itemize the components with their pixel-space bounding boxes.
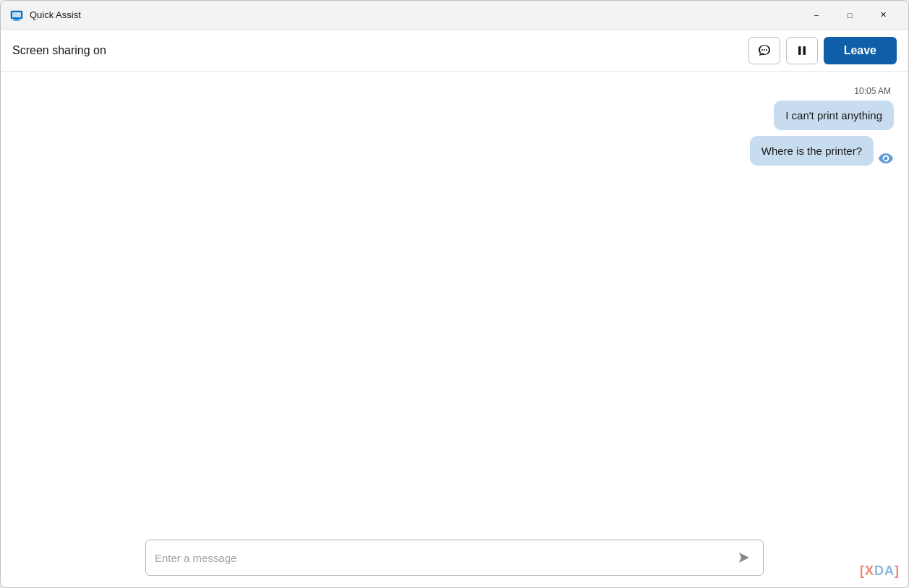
message-bubble-1: I can't print anything (774, 101, 894, 130)
svg-rect-8 (803, 46, 806, 55)
input-area (1, 528, 908, 587)
chat-button[interactable] (748, 37, 780, 64)
maximize-button[interactable]: □ (833, 4, 866, 27)
close-button[interactable]: ✕ (866, 4, 900, 27)
message-group-2: Where is the printer? (15, 136, 894, 166)
message-row-2: Where is the printer? (750, 136, 894, 166)
title-bar-left: Quick Assist (9, 8, 81, 22)
svg-rect-1 (12, 12, 21, 17)
svg-rect-7 (798, 46, 801, 55)
chat-area: 10:05 AM I can't print anything Where is… (1, 72, 908, 587)
pause-icon (795, 44, 808, 57)
svg-point-4 (761, 49, 763, 51)
message-group-1: 10:05 AM I can't print anything (15, 86, 894, 130)
message-bubble-2: Where is the printer? (750, 136, 874, 166)
svg-point-5 (764, 49, 765, 51)
send-icon (737, 550, 751, 565)
input-wrapper (145, 540, 764, 576)
quick-assist-window: Quick Assist − □ ✕ Screen sharing on (0, 0, 909, 588)
send-button[interactable] (734, 547, 754, 568)
svg-point-6 (766, 49, 767, 51)
xda-watermark: [XDA] (860, 563, 900, 579)
app-title: Quick Assist (30, 9, 81, 20)
leave-button[interactable]: Leave (824, 37, 897, 64)
message-input[interactable] (155, 552, 734, 564)
svg-rect-2 (14, 19, 19, 20)
message-timestamp-1: 10:05 AM (851, 86, 894, 96)
pause-button[interactable] (786, 37, 818, 64)
screen-sharing-status: Screen sharing on (12, 44, 106, 57)
window-controls: − □ ✕ (800, 4, 900, 27)
toolbar-actions: Leave (748, 37, 897, 64)
title-bar: Quick Assist − □ ✕ (1, 1, 908, 30)
minimize-button[interactable]: − (800, 4, 833, 27)
app-icon (9, 8, 24, 22)
toolbar: Screen sharing on Leave (1, 30, 908, 72)
chat-icon (757, 43, 772, 58)
messages-container: 10:05 AM I can't print anything Where is… (1, 72, 908, 528)
seen-icon (878, 150, 894, 166)
svg-rect-3 (13, 20, 20, 20)
